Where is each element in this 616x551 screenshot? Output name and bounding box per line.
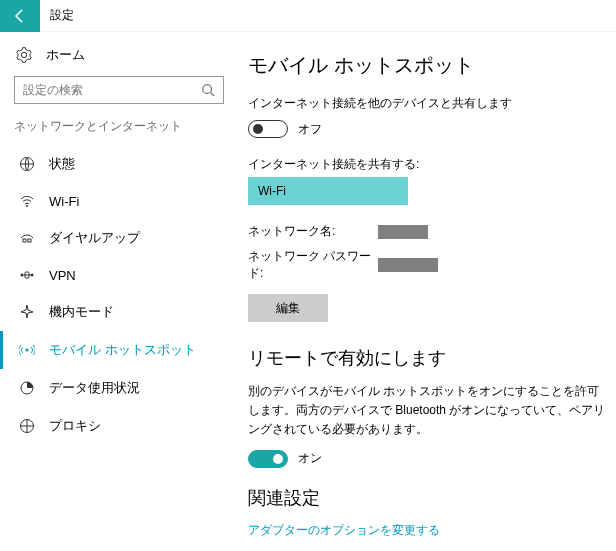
sidebar-item-hotspot[interactable]: モバイル ホットスポット [0,331,238,369]
link-adapter-options[interactable]: アダプターのオプションを変更する [248,522,606,539]
search-icon [201,83,215,97]
proxy-icon [17,418,37,434]
sidebar-item-vpn[interactable]: VPN [0,257,238,293]
airplane-icon [17,304,37,320]
sidebar-item-proxy[interactable]: プロキシ [0,407,238,445]
network-name-label: ネットワーク名: [248,223,378,240]
dialup-icon [17,230,37,246]
sidebar-item-label: モバイル ホットスポット [49,341,196,359]
window-title: 設定 [50,7,74,24]
share-toggle[interactable] [248,120,288,138]
sidebar-item-dialup[interactable]: ダイヤルアップ [0,219,238,257]
edit-button[interactable]: 編集 [248,294,328,322]
svg-point-6 [21,274,24,277]
share-from-value: Wi-Fi [258,184,286,198]
sidebar-item-label: データ使用状況 [49,379,140,397]
sidebar-item-label: 状態 [49,155,75,173]
network-password-value [378,258,438,272]
title-bar: 設定 [0,0,616,32]
sidebar-item-datausage[interactable]: データ使用状況 [0,369,238,407]
sidebar-item-label: VPN [49,268,76,283]
page-title: モバイル ホットスポット [248,52,606,79]
related-title: 関連設定 [248,486,606,510]
svg-line-1 [211,93,215,97]
sidebar-item-label: ダイヤルアップ [49,229,140,247]
home-label: ホーム [46,46,85,64]
sidebar: ホーム ネットワークとインターネット 状態 Wi-Fi ダイヤルアップ VPN [0,32,238,551]
remote-description: 別のデバイスがモバイル ホットスポットをオンにすることを許可します。両方のデバイ… [248,382,606,440]
svg-point-0 [203,85,212,94]
share-toggle-label: オフ [298,121,322,138]
search-input-wrap[interactable] [14,76,224,104]
data-icon [17,380,37,396]
share-description: インターネット接続を他のデバイスと共有します [248,95,606,112]
share-from-label: インターネット接続を共有する: [248,156,606,173]
svg-point-9 [26,349,29,352]
svg-point-3 [26,205,28,207]
gear-icon [14,47,34,63]
wifi-icon [17,193,37,209]
remote-title: リモートで有効にします [248,346,606,370]
sidebar-item-label: Wi-Fi [49,194,79,209]
sidebar-item-label: 機内モード [49,303,114,321]
network-name-value [378,225,428,239]
svg-point-7 [31,274,34,277]
section-label: ネットワークとインターネット [0,118,238,145]
sidebar-item-status[interactable]: 状態 [0,145,238,183]
hotspot-icon [17,342,37,358]
remote-toggle[interactable] [248,450,288,468]
arrow-left-icon [12,8,28,24]
back-button[interactable] [0,0,40,32]
search-input[interactable] [23,83,201,97]
sidebar-item-label: プロキシ [49,417,101,435]
svg-rect-4 [23,239,26,242]
network-password-label: ネットワーク パスワード: [248,248,378,282]
sidebar-item-wifi[interactable]: Wi-Fi [0,183,238,219]
vpn-icon [17,267,37,283]
share-from-select[interactable]: Wi-Fi [248,177,408,205]
svg-rect-5 [28,239,31,242]
sidebar-item-airplane[interactable]: 機内モード [0,293,238,331]
home-button[interactable]: ホーム [0,46,238,76]
globe-icon [17,156,37,172]
remote-toggle-label: オン [298,450,322,467]
main-content: モバイル ホットスポット インターネット接続を他のデバイスと共有します オフ イ… [238,32,616,551]
